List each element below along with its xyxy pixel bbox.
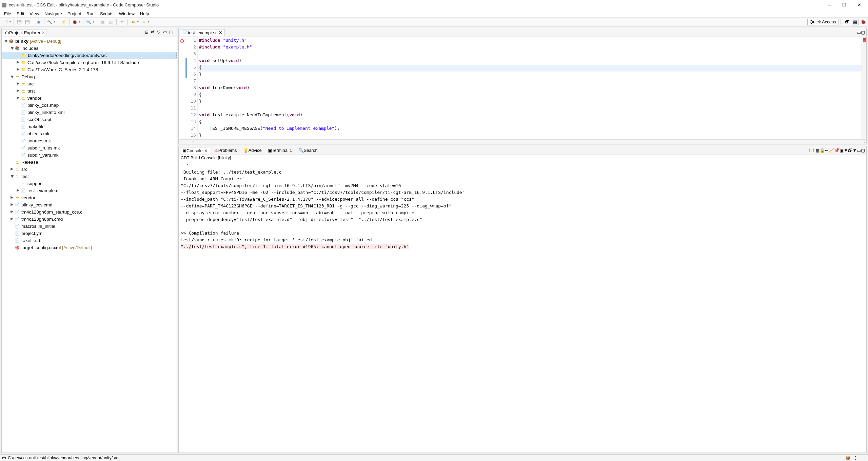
terminal-tab[interactable]: ▣Terminal 1: [266, 147, 294, 154]
close-icon[interactable]: ✕: [204, 148, 208, 153]
tree-file[interactable]: 📄objects.mk: [2, 130, 177, 137]
chevron-down-icon[interactable]: ⯆: [10, 175, 15, 178]
search-tab[interactable]: 🔍Search: [296, 147, 320, 154]
editor-tab[interactable]: 📄 test_example.c ✕: [180, 29, 225, 36]
ccs-edit-perspective[interactable]: ▦: [852, 19, 859, 25]
project-node[interactable]: ⯆ 📦 blinky [Active - Debug]: [2, 38, 177, 45]
tree-file[interactable]: 📄project.yml: [2, 230, 177, 237]
prev-error-button[interactable]: ⬆: [812, 148, 815, 153]
menu-help[interactable]: Help: [137, 11, 152, 17]
scroll-lock-button[interactable]: 🔒: [820, 148, 825, 153]
chevron-right-icon[interactable]: ⯈: [16, 82, 21, 86]
menu-scripts[interactable]: Scripts: [97, 11, 116, 17]
menu-navigate[interactable]: Navigate: [42, 11, 64, 17]
error-overview-marker[interactable]: [863, 38, 866, 40]
close-icon[interactable]: ✕: [42, 31, 45, 35]
menu-run[interactable]: Run: [84, 11, 97, 17]
chevron-right-icon[interactable]: ⯈: [16, 61, 21, 64]
tree-file[interactable]: ⯈📄blinky_ccs.cmd: [2, 201, 177, 208]
build-button[interactable]: 🔨: [46, 19, 53, 25]
tree-file[interactable]: 📄sources.mk: [2, 137, 177, 144]
minimize-button[interactable]: ─: [822, 0, 837, 10]
debug-button[interactable]: 🐞: [72, 19, 78, 25]
chevron-right-icon[interactable]: ⯈: [10, 167, 15, 171]
chevron-right-icon[interactable]: ⯈: [10, 210, 15, 214]
editor-body[interactable]: 12345 678910 1112131415 #include "unity.…: [179, 37, 866, 139]
collapse-all-button[interactable]: ⊟: [145, 29, 151, 36]
menu-project[interactable]: Project: [65, 11, 84, 17]
tree-file[interactable]: 📄blinky_linkInfo.xml: [2, 109, 177, 116]
tree-file[interactable]: 📄subdir_vars.mk: [2, 152, 177, 159]
src-folder[interactable]: ⯈🗀src: [2, 166, 177, 173]
tree-file[interactable]: 📄blinky_ccs.map: [2, 102, 177, 109]
tree-file[interactable]: 📄subdir_rules.mk: [2, 144, 177, 152]
tree-file[interactable]: ⯈📄tm4c123gh6pm.cmd: [2, 216, 177, 223]
code-area[interactable]: #include "unity.h" #include "example.h" …: [198, 37, 862, 139]
project-tree[interactable]: ⯆ 📦 blinky [Active - Debug] ⯆ 📚 Includes…: [2, 37, 177, 453]
menu-file[interactable]: File: [1, 11, 14, 17]
open-perspective-button[interactable]: 🗗: [844, 19, 850, 25]
tree-file[interactable]: 📄ccsObjs.opt: [2, 116, 177, 123]
maximize-view-button[interactable]: ▢: [169, 29, 175, 36]
new-button[interactable]: 📄: [2, 19, 9, 25]
maximize-bottom-button[interactable]: ▢: [861, 148, 865, 153]
chevron-right-icon[interactable]: ⯈: [16, 68, 21, 72]
editor-hscroll[interactable]: ‹ ›: [179, 139, 866, 144]
project-explorer-tab[interactable]: 🗀 Project Explorer ✕: [3, 29, 46, 36]
close-icon[interactable]: ✕: [219, 30, 222, 35]
support-folder[interactable]: 🗀support: [2, 180, 177, 187]
advice-tab[interactable]: 💡Advice: [241, 147, 264, 154]
display-selected-button[interactable]: ▣: [840, 148, 844, 153]
debug-perspective[interactable]: 🐞: [860, 19, 867, 25]
problems-tab[interactable]: ⚠Problems: [212, 147, 239, 154]
target-config-file[interactable]: 🎯target_config.ccxml[Active/Default]: [2, 244, 177, 251]
switch-button[interactable]: ⇄: [119, 19, 125, 25]
getting-started-button[interactable]: ▣: [35, 19, 42, 25]
menu-edit[interactable]: Edit: [14, 11, 27, 17]
save-all-button[interactable]: 💾: [24, 19, 31, 25]
save-button[interactable]: 💾: [16, 19, 23, 25]
next-error-button[interactable]: ⬇: [808, 148, 812, 153]
forward-button[interactable]: ➡: [141, 19, 147, 25]
vendor-folder[interactable]: ⯈🗀vendor: [2, 194, 177, 201]
overview-ruler[interactable]: [862, 37, 866, 139]
include-path-tivaware[interactable]: ⯈ 📁 C:/ti/TivaWare_C_Series-2.1.4.178: [2, 66, 177, 73]
release-folder[interactable]: 🗀Release: [2, 159, 177, 166]
show-console-button[interactable]: ▦: [815, 148, 820, 153]
minimize-editor-button[interactable]: ▭: [857, 30, 861, 35]
search-button[interactable]: 🔍: [85, 19, 92, 25]
maximize-editor-button[interactable]: ▢: [861, 30, 865, 35]
minimize-view-button[interactable]: ▭: [163, 29, 169, 36]
tree-folder-test[interactable]: ⯈🗀test: [2, 87, 177, 95]
tree-file[interactable]: 📄rakefile.rb: [2, 237, 177, 244]
chevron-down-icon[interactable]: ⯆: [10, 46, 15, 50]
menu-view[interactable]: View: [27, 11, 42, 17]
tree-file[interactable]: 📄makefile: [2, 123, 177, 130]
open-console-button[interactable]: 🗗: [848, 148, 852, 153]
list-button[interactable]: ▥: [107, 19, 114, 25]
include-path-compiler[interactable]: ⯈ 📁 C:/ti/ccsv7/tools/compiler/ti-cgt-ar…: [2, 59, 177, 66]
tree-file[interactable]: 📄macros.ini_initial: [2, 223, 177, 230]
test-example-file[interactable]: ⯈📄test_example.c: [2, 187, 177, 194]
clear-console-button[interactable]: 🧹: [829, 148, 834, 153]
back-button[interactable]: ⬅: [130, 19, 137, 25]
chevron-right-icon[interactable]: ⯈: [16, 89, 21, 93]
tree-folder-src[interactable]: ⯈🗀src: [2, 80, 177, 87]
chevron-right-icon[interactable]: ⯈: [10, 217, 15, 221]
chevron-right-icon[interactable]: ⯈: [16, 96, 21, 100]
test-folder[interactable]: ⯆🗀test: [2, 173, 177, 180]
chevron-right-icon[interactable]: ⯈: [10, 196, 15, 200]
link-editor-button[interactable]: ⇄: [151, 29, 157, 36]
include-path-unity[interactable]: 📁 blinky/vendor/ceedling/vendor/unity/sr…: [2, 52, 177, 59]
console-output[interactable]: ' ' 'Building file: ../test/test_example…: [179, 161, 866, 453]
grid-button[interactable]: ▦: [99, 19, 106, 25]
quick-access-input[interactable]: Quick Access: [807, 19, 839, 25]
flash-button[interactable]: ⚡: [60, 19, 67, 25]
debug-folder[interactable]: ⯆ 🗀 Debug: [2, 73, 177, 80]
includes-node[interactable]: ⯆ 📚 Includes: [2, 45, 177, 52]
error-marker-icon[interactable]: [179, 38, 185, 44]
console-tab[interactable]: ▣Console✕: [180, 147, 210, 154]
pin-console-button[interactable]: 📌: [834, 148, 840, 153]
chevron-right-icon[interactable]: ⯈: [10, 203, 15, 207]
maximize-button[interactable]: ❐: [837, 0, 852, 10]
